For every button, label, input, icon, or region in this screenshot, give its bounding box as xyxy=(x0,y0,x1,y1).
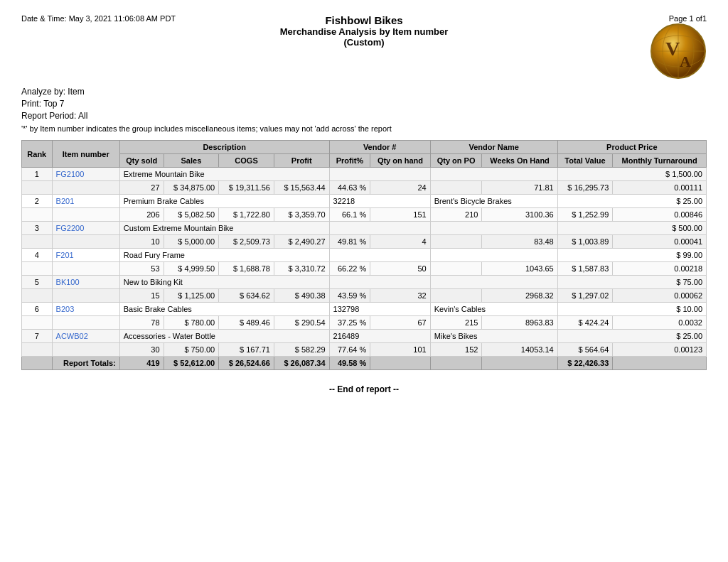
col-product-price-group: Product Price xyxy=(557,141,706,154)
title-block: Fishbowl Bikes Merchandise Analysis by I… xyxy=(280,14,448,48)
footnote: '*' by Item number indicates the group i… xyxy=(21,124,707,133)
svg-text:V: V xyxy=(665,38,680,60)
report-title: Merchandise Analysis by Item number xyxy=(280,26,448,37)
table-header-row-2: Qty sold Sales COGS Profit Profit% Qty o… xyxy=(22,154,707,168)
table-row: 78$ 780.00$ 489.46$ 290.5437.25 %6721589… xyxy=(22,316,707,330)
report-subtitle: (Custom) xyxy=(280,37,448,48)
item-number-link[interactable]: F201 xyxy=(56,251,74,259)
col-profit-pct: Profit% xyxy=(329,154,370,168)
table-row: 7ACWB02Accessories - Water Bottle216489M… xyxy=(22,330,707,343)
col-qty-on-hand: Qty on hand xyxy=(370,154,430,168)
col-item-number: Item number xyxy=(52,141,119,168)
table-row: 27$ 34,875.00$ 19,311.56$ 15,563.4444.63… xyxy=(22,181,707,195)
item-number-link[interactable]: FG2100 xyxy=(56,170,85,178)
col-cogs: COGS xyxy=(219,154,274,168)
print-info: Print: Top 7 xyxy=(21,99,707,109)
table-row: 30$ 750.00$ 167.71$ 582.2977.64 %1011521… xyxy=(22,343,707,357)
svg-text:A: A xyxy=(680,53,691,70)
col-rank: Rank xyxy=(22,141,53,168)
col-qty-on-po: Qty on PO xyxy=(430,154,482,168)
table-row: 1FG2100Extreme Mountain Bike$ 1,500.00 xyxy=(22,168,707,181)
table-row: 15$ 1,125.00$ 634.62$ 490.3843.59 %32296… xyxy=(22,289,707,303)
company-name: Fishbowl Bikes xyxy=(280,14,448,26)
item-number-link[interactable]: B201 xyxy=(56,197,75,205)
page-info: Page 1 of1 xyxy=(669,14,707,23)
report-header: Date & Time: May 3, 2021 11:06:08 AM PDT… xyxy=(21,14,707,80)
table-header-row-1: Rank Item number Description Vendor # Ve… xyxy=(22,141,707,154)
col-total-value: Total Value xyxy=(557,154,613,168)
table-row: 10$ 5,000.00$ 2,509.73$ 2,490.2749.81 %4… xyxy=(22,235,707,249)
table-row: 53$ 4,999.50$ 1,688.78$ 3,310.7266.22 %5… xyxy=(22,262,707,276)
item-number-link[interactable]: FG2200 xyxy=(56,224,85,232)
col-weeks-on-hand: Weeks On Hand xyxy=(482,154,557,168)
table-row: 2B201Premium Brake Cables32218Brent's Bi… xyxy=(22,195,707,208)
col-monthly-turnaround: Monthly Turnaround xyxy=(613,154,707,168)
meta-info: Analyze by: Item Print: Top 7 Report Per… xyxy=(21,87,707,121)
table-row: 5BK100New to Biking Kit$ 75.00 xyxy=(22,276,707,289)
item-number-link[interactable]: BK100 xyxy=(56,278,80,286)
table-row: 3FG2200Custom Extreme Mountain Bike$ 500… xyxy=(22,222,707,235)
totals-row: Report Totals:419$ 52,612.00$ 26,524.66$… xyxy=(22,357,707,370)
report-period: Report Period: All xyxy=(21,111,707,121)
col-profit: Profit xyxy=(274,154,329,168)
table-row: 4F201Road Fury Frame$ 99.00 xyxy=(22,249,707,262)
col-description-group: Description xyxy=(119,141,329,154)
col-qty-sold: Qty sold xyxy=(119,154,164,168)
item-number-link[interactable]: ACWB02 xyxy=(56,332,88,340)
col-vendor-name-group: Vendor Name xyxy=(430,141,557,154)
table-row: 206$ 5,082.50$ 1,722.80$ 3,359.7066.1 %1… xyxy=(22,208,707,222)
analyze-by: Analyze by: Item xyxy=(21,87,707,97)
company-logo: V A xyxy=(650,23,707,80)
item-number-link[interactable]: B203 xyxy=(56,305,75,313)
col-sales: Sales xyxy=(164,154,219,168)
col-vendor-num-group: Vendor # xyxy=(329,141,430,154)
merchandise-table: Rank Item number Description Vendor # Ve… xyxy=(21,140,707,370)
end-of-report: -- End of report -- xyxy=(21,384,707,394)
date-time: Date & Time: May 3, 2021 11:06:08 AM PDT xyxy=(21,14,176,23)
table-row: 6B203Basic Brake Cables132798Kevin's Cab… xyxy=(22,303,707,316)
